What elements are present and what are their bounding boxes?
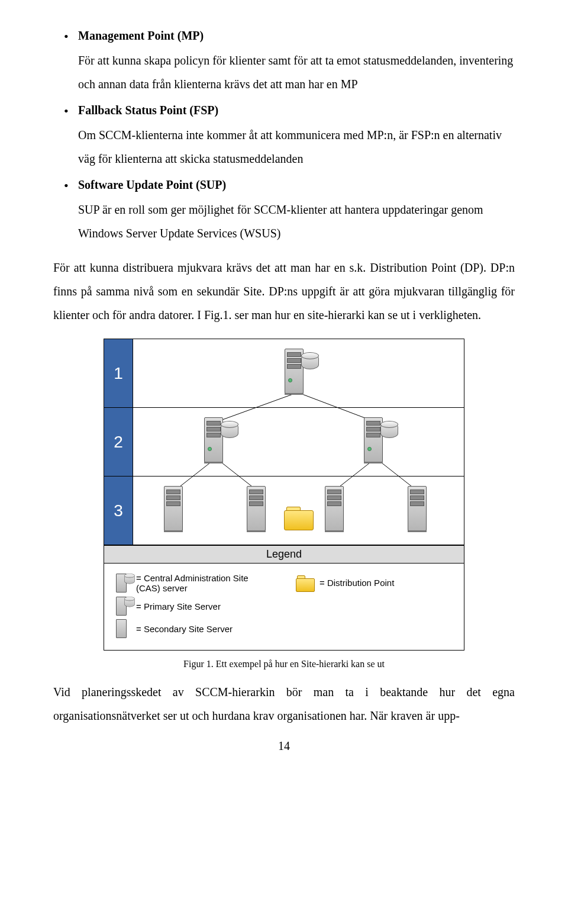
legend-dp-icon — [296, 573, 315, 592]
tier-2-content — [133, 408, 464, 476]
hierarchy-figure: 1 — [104, 339, 464, 651]
legend-primary-text: = Primary Site Server — [136, 601, 221, 611]
tier-2-lines — [133, 408, 464, 476]
tier-1-content — [133, 339, 464, 407]
figure-container: 1 — [53, 339, 515, 669]
legend-row-cas: = Central Administration Site (CAS) serv… — [112, 573, 272, 593]
tier-1: 1 — [104, 339, 464, 408]
legend-cas-text: = Central Administration Site (CAS) serv… — [136, 573, 272, 593]
legend-title: Legend — [104, 545, 464, 564]
bullet-list: Management Point (MP) För att kunna skap… — [53, 24, 515, 245]
figure-caption: Figur 1. Ett exempel på hur en Site-hier… — [104, 659, 464, 669]
legend-secondary-icon — [112, 619, 131, 638]
bullet-sup-text: SUP är en roll som ger möjlighet för SCC… — [78, 198, 515, 245]
bullet-fsp-text: Om SCCM-klienterna inte kommer åt att ko… — [78, 123, 515, 170]
dp-folder-1-icon — [284, 507, 314, 530]
secondary-server-1-icon — [159, 485, 188, 531]
tier-3: 3 — [104, 477, 464, 545]
bullet-mp-head: Management Point (MP) — [78, 29, 204, 42]
legend-body: = Central Administration Site (CAS) serv… — [104, 564, 464, 650]
legend-row-dp: = Distribution Point — [296, 573, 456, 592]
legend-dp-text: = Distribution Point — [320, 578, 394, 588]
bullet-sup: Software Update Point (SUP) SUP är en ro… — [53, 173, 515, 245]
tier-2-number: 2 — [104, 408, 133, 476]
legend-cas-icon — [112, 574, 131, 593]
primary-server-1-icon — [199, 416, 228, 462]
cas-server-icon — [280, 347, 308, 394]
bullet-fsp: Fallback Status Point (FSP) Om SCCM-klie… — [53, 98, 515, 170]
paragraph-planning: Vid planeringsskedet av SCCM-hierarkin b… — [53, 680, 515, 727]
secondary-server-4-icon — [403, 485, 431, 531]
page-number: 14 — [53, 739, 515, 753]
primary-server-2-icon — [359, 416, 388, 462]
legend-row-secondary: = Secondary Site Server — [112, 619, 272, 638]
secondary-server-2-icon — [242, 485, 270, 531]
bullet-mp: Management Point (MP) För att kunna skap… — [53, 24, 515, 96]
page-body: Management Point (MP) För att kunna skap… — [0, 0, 568, 765]
bullet-fsp-head: Fallback Status Point (FSP) — [78, 104, 218, 117]
legend: Legend = Central Administration Site (CA… — [104, 545, 464, 650]
tier-1-number: 1 — [104, 339, 133, 407]
tier-2: 2 — [104, 408, 464, 477]
legend-row-primary: = Primary Site Server — [112, 597, 272, 616]
paragraph-dp: För att kunna distribuera mjukvara krävs… — [53, 256, 515, 327]
bullet-sup-head: Software Update Point (SUP) — [78, 178, 226, 191]
bullet-mp-text: För att kunna skapa policyn för klienter… — [78, 49, 515, 96]
legend-secondary-text: = Secondary Site Server — [136, 624, 233, 634]
tier-3-content — [133, 477, 464, 545]
legend-primary-icon — [112, 597, 131, 616]
secondary-server-3-icon — [320, 485, 348, 531]
tier-3-number: 3 — [104, 477, 133, 545]
